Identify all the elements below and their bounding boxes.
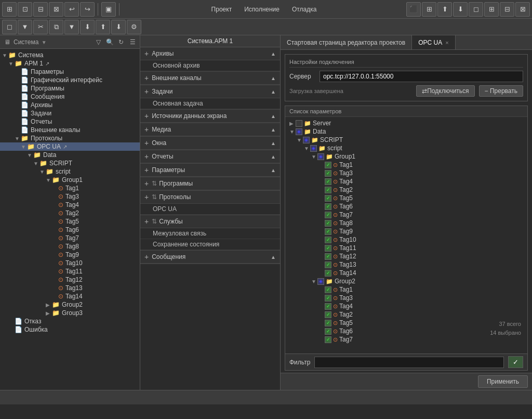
section-collapse-icon[interactable]: ▲ xyxy=(271,113,276,119)
tree-item[interactable]: ▼📁SCRIPT xyxy=(0,159,140,167)
search-icon[interactable]: 🔍 xyxy=(104,37,115,47)
second-btn-8[interactable]: ⬇ xyxy=(111,20,126,34)
param-checkbox[interactable]: ✓ xyxy=(325,336,331,343)
param-checkbox[interactable]: ◈ xyxy=(310,145,317,152)
param-expand-arrow-icon[interactable]: ▼ xyxy=(311,279,316,284)
tree-expand-arrow-icon[interactable]: ▼ xyxy=(15,136,20,141)
section-plus-icon[interactable]: + xyxy=(144,125,149,134)
tree-item[interactable]: ⊙Tag12 xyxy=(0,276,140,284)
param-checkbox[interactable]: ◈ xyxy=(317,278,324,285)
middle-section-header[interactable]: +⇅Протоколы xyxy=(140,191,280,204)
section-plus-icon[interactable]: + xyxy=(144,166,149,174)
middle-section-header[interactable]: +Отчеты▲ xyxy=(140,150,280,163)
param-checkbox[interactable]: ✓ xyxy=(325,328,331,335)
param-checkbox[interactable]: ✓ xyxy=(325,303,331,310)
tree-item[interactable]: ⊙Tag5 xyxy=(0,217,140,226)
tree-item[interactable]: 📄Ошибка xyxy=(0,325,140,334)
toolbar-btn-r7[interactable]: ⊟ xyxy=(500,2,514,17)
param-tree-item[interactable]: ✓⊙Tag11 xyxy=(289,244,523,252)
param-tree-item[interactable]: ▼◈📁script xyxy=(289,144,523,152)
tree-item[interactable]: 📄Внешние каналы xyxy=(0,126,140,134)
section-plus-icon[interactable]: + xyxy=(144,253,149,261)
tree-item[interactable]: ▼📁Система xyxy=(0,51,140,59)
tree-item[interactable]: 📄Программы xyxy=(0,84,140,93)
server-input[interactable] xyxy=(320,71,523,82)
tree-item[interactable]: ⊙Tag2 xyxy=(0,209,140,217)
param-checkbox[interactable]: ✓ xyxy=(325,162,331,168)
tree-item[interactable]: ⊙Tag7 xyxy=(0,234,140,242)
filter-icon[interactable]: ▽ xyxy=(93,37,103,47)
param-checkbox[interactable]: ✓ xyxy=(325,270,331,277)
toolbar-btn-4[interactable]: ⊠ xyxy=(49,2,63,17)
section-plus-icon[interactable]: + xyxy=(144,49,149,58)
section-plus-icon[interactable]: + xyxy=(144,152,149,161)
tree-item[interactable]: 📄Задачи xyxy=(0,109,140,117)
param-tree-item[interactable]: ▼◈📁Group1 xyxy=(289,152,523,161)
middle-sub-item[interactable]: Основная задача xyxy=(140,98,280,109)
param-checkbox[interactable]: ✓ xyxy=(325,203,331,210)
param-checkbox[interactable]: ✓ xyxy=(325,212,331,218)
param-expand-arrow-icon[interactable]: ▼ xyxy=(297,137,302,143)
param-tree-item[interactable]: ▼◈📁Group2 xyxy=(289,277,523,285)
tree-item[interactable]: ⊙Tag6 xyxy=(0,226,140,234)
tab-item[interactable]: OPC UA× xyxy=(412,35,455,49)
param-expand-arrow-icon[interactable]: ▶ xyxy=(289,121,295,126)
second-btn-5[interactable]: ▼ xyxy=(64,20,79,34)
toolbar-btn-3[interactable]: ⊟ xyxy=(33,2,48,17)
param-expand-arrow-icon[interactable]: ▼ xyxy=(289,129,295,135)
tree-item[interactable]: 📄Отказ xyxy=(0,317,140,325)
param-tree-item[interactable]: ✓⊙Tag14 xyxy=(289,269,523,277)
middle-section-header[interactable]: +Сообщения▲ xyxy=(140,251,280,264)
param-tree-item[interactable]: ✓⊙Tag5 xyxy=(289,319,523,327)
toolbar-btn-r5[interactable]: ◻ xyxy=(469,2,483,17)
param-tree-item[interactable]: ✓⊙Tag6 xyxy=(289,202,523,211)
tree-item[interactable]: 📄Отчеты xyxy=(0,117,140,126)
toolbar-btn-r8[interactable]: ⊠ xyxy=(515,2,530,17)
section-plus-icon[interactable]: + xyxy=(144,179,149,188)
disconnect-button[interactable]: − Прервать xyxy=(479,85,523,97)
param-checkbox[interactable]: ✓ xyxy=(325,187,331,193)
param-tree-item[interactable]: ✓⊙Tag12 xyxy=(289,252,523,260)
param-tree-item[interactable]: ✓⊙Tag7 xyxy=(289,211,523,219)
section-collapse-icon[interactable]: ▲ xyxy=(271,89,276,95)
connect-button[interactable]: ⇄Подключиться xyxy=(416,85,474,97)
section-collapse-icon[interactable]: ▲ xyxy=(271,140,276,146)
param-tree-item[interactable]: ▼◈📁SCRIPT xyxy=(289,136,523,144)
param-checkbox[interactable]: ✓ xyxy=(325,220,331,227)
toolbar-btn-r3[interactable]: ⬆ xyxy=(437,2,452,17)
param-checkbox[interactable]: ✓ xyxy=(325,253,331,260)
second-btn-6[interactable]: ⬇ xyxy=(80,20,95,34)
middle-section-header[interactable]: +Источники данных экрана▲ xyxy=(140,110,280,123)
tree-expand-arrow-icon[interactable]: ▼ xyxy=(21,144,26,150)
menu-debug[interactable]: Отладка xyxy=(286,4,323,15)
middle-section-header[interactable]: +Медиа▲ xyxy=(140,123,280,136)
tree-item[interactable]: ⊙Tag8 xyxy=(0,242,140,251)
middle-section-header[interactable]: +Внешние каналы▲ xyxy=(140,72,280,85)
toolbar-btn-7[interactable]: ▣ xyxy=(101,2,116,17)
section-plus-icon[interactable]: + xyxy=(144,74,149,82)
toolbar-btn-2[interactable]: ⊡ xyxy=(18,2,32,17)
tree-item[interactable]: ⊙Tag13 xyxy=(0,284,140,292)
param-tree-item[interactable]: ✓⊙Tag10 xyxy=(289,235,523,244)
tree-item[interactable]: ⊙Tag14 xyxy=(0,292,140,300)
tree-item[interactable]: ▼📁Group1 xyxy=(0,176,140,184)
section-plus-icon[interactable]: + xyxy=(144,87,149,96)
param-tree-item[interactable]: ✓⊙Tag1 xyxy=(289,285,523,294)
filter-ok-button[interactable]: ✓ xyxy=(508,356,523,368)
tree-expand-arrow-icon[interactable]: ▼ xyxy=(39,169,45,175)
toolbar-btn-r1[interactable]: ⬛ xyxy=(406,2,421,17)
param-checkbox[interactable]: ◈ xyxy=(317,153,324,160)
tree-expand-arrow-icon[interactable]: ▼ xyxy=(27,152,32,158)
param-checkbox[interactable]: ✓ xyxy=(325,295,331,302)
param-tree-item[interactable]: ✓⊙Tag3 xyxy=(289,169,523,177)
middle-sub-item[interactable]: Основной архив xyxy=(140,60,280,71)
toolbar-btn-r6[interactable]: ⊞ xyxy=(484,2,499,17)
toolbar-btn-r2[interactable]: ⊞ xyxy=(422,2,436,17)
middle-sub-item[interactable]: Сохранение состояния xyxy=(140,239,280,250)
toolbar-btn-5[interactable]: ↩ xyxy=(64,2,79,17)
menu-execution[interactable]: Исполнение xyxy=(238,4,286,15)
tree-expand-arrow-icon[interactable]: ▶ xyxy=(46,310,51,316)
toolbar-btn-r4[interactable]: ⬇ xyxy=(453,2,468,17)
tree-expand-arrow-icon[interactable]: ▼ xyxy=(46,177,51,183)
param-tree-item[interactable]: ✓⊙Tag8 xyxy=(289,219,523,227)
